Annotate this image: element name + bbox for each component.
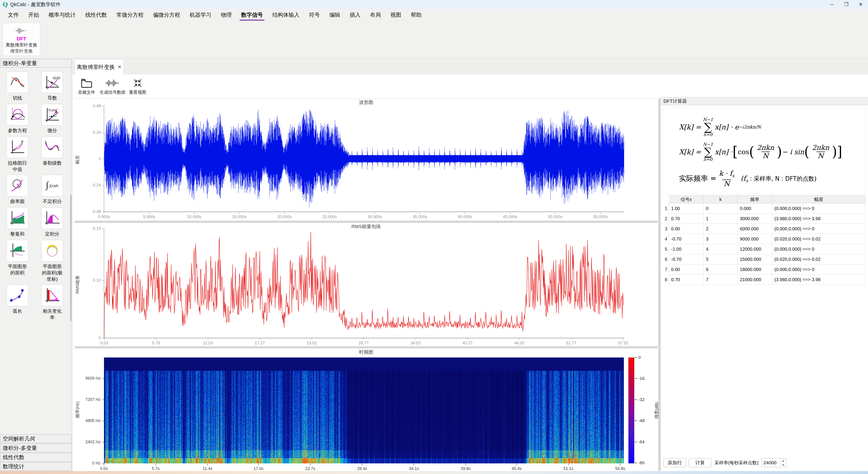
column-header-1[interactable]: 信号x — [669, 195, 704, 203]
amplitude-cell[interactable]: (0.020,0.000) ==> 0.02 — [772, 254, 866, 265]
k-cell[interactable]: 0 — [704, 203, 738, 214]
k-cell[interactable]: 3 — [704, 234, 738, 244]
toolbar-audio-file-button[interactable]: 音频文件 — [78, 76, 95, 97]
signal-x-cell[interactable]: -0.70 — [669, 254, 704, 265]
colorbar-tick — [635, 442, 637, 442]
menu-item-2[interactable]: 开始 — [24, 9, 44, 21]
sidebar-item-8[interactable]: ∫f(x)dx不定积分 — [36, 175, 68, 205]
sample-rate-value[interactable]: 24000 — [762, 460, 780, 466]
waveform-canvas[interactable] — [74, 99, 658, 221]
svg-text:f(x)dx: f(x)dx — [50, 183, 59, 188]
calculate-button[interactable]: 计算 — [689, 458, 711, 467]
sidebar-item-10[interactable]: 定积分 — [36, 207, 68, 238]
amplitude-cell[interactable]: (0.020,0.000) ==> 0.02 — [772, 234, 866, 244]
k-cell[interactable]: 5 — [704, 254, 738, 265]
add-row-button[interactable]: 添加行 — [663, 458, 686, 467]
amplitude-cell[interactable]: (0.000,0.000) ==> 0 — [772, 244, 866, 254]
frequency-cell[interactable]: 3000.000 — [738, 214, 772, 224]
sidebar-item-5[interactable]: AB拉格朗日中值 — [2, 136, 33, 172]
amplitude-cell[interactable]: (3.980,0.000) ==> 3.98 — [772, 214, 866, 224]
sidebar-item-14[interactable]: 相关变化率 — [36, 284, 68, 321]
sidebar-section-1[interactable]: 空间解析几何 — [0, 435, 72, 443]
amplitude-cell[interactable]: (0.000,0.000) ==> 0 — [772, 265, 866, 275]
menu-item-9[interactable]: 数字信号 — [237, 9, 268, 21]
sidebar-scrollbar[interactable] — [70, 68, 72, 433]
sample-rate-spinbox[interactable]: 24000 ▲ ▼ — [761, 458, 786, 467]
sidebar-item-9[interactable]: 黎曼和 — [2, 207, 33, 238]
sidebar-item-7[interactable]: 曲率圆 — [2, 175, 33, 205]
dft-waveform-icon — [15, 25, 28, 37]
menu-item-4[interactable]: 线性代数 — [81, 9, 112, 21]
frequency-cell[interactable]: 21000.000 — [738, 275, 772, 285]
sidebar-item-4[interactable]: f′(x)dx微分 — [36, 104, 68, 134]
tab-close-icon[interactable]: ✕ — [118, 64, 122, 70]
column-header-4[interactable]: 幅度 — [772, 195, 866, 203]
menu-item-12[interactable]: 编辑 — [324, 9, 345, 21]
k-cell[interactable]: 6 — [704, 265, 738, 275]
sidebar-item-3[interactable]: 参数方程 — [2, 104, 33, 134]
sidebar-item-13[interactable]: 弧长 — [2, 284, 33, 321]
sidebar-section-calculus-single[interactable]: 微积分-单变量 — [0, 59, 72, 68]
amplitude-cell[interactable]: (0.000,0.000) ==> 0 — [772, 203, 866, 214]
sidebar-item-12[interactable]: 平面图形的面积(极坐标) — [36, 240, 68, 282]
signal-x-cell[interactable]: 1.00 — [669, 203, 704, 214]
k-cell[interactable]: 2 — [704, 224, 738, 234]
k-cell[interactable]: 4 — [704, 244, 738, 254]
menu-item-10[interactable]: 结构体输入 — [268, 9, 304, 21]
sidebar-item-label: 平面图形的面积(极坐标) — [42, 263, 63, 282]
toolbar-generate-signal-button[interactable]: 生成信号数据 — [100, 76, 125, 97]
splitter-wave-rms[interactable] — [74, 221, 658, 223]
menu-item-13[interactable]: 插入 — [345, 9, 365, 21]
sidebar-item-6[interactable]: 泰勒级数 — [36, 136, 68, 172]
toolbar-reset-view-button[interactable]: 重置视图 — [129, 76, 146, 97]
column-header-2[interactable]: k — [704, 195, 738, 203]
menu-item-8[interactable]: 物理 — [216, 9, 237, 21]
sidebar-item-11[interactable]: 平面图形的面积 — [2, 240, 33, 282]
sidebar-item-1[interactable]: 切线 — [2, 71, 33, 102]
frequency-cell[interactable]: 12000.000 — [738, 244, 772, 254]
sidebar-section-4[interactable]: 数理统计 — [0, 462, 72, 471]
spectrogram-canvas[interactable] — [74, 348, 658, 471]
signal-x-cell[interactable]: 0.70 — [669, 275, 704, 285]
splitter-rms-spec[interactable] — [74, 346, 658, 348]
sidebar-item-label: 参数方程 — [8, 127, 27, 134]
menu-item-3[interactable]: 概率与统计 — [44, 9, 81, 21]
app-logo-icon: Q — [3, 1, 8, 8]
sidebar-section-2[interactable]: 微积分-多变量 — [0, 444, 72, 452]
signal-x-cell[interactable]: -0.70 — [669, 234, 704, 244]
frequency-cell[interactable]: 9000.000 — [738, 234, 772, 244]
menu-item-5[interactable]: 常微分方程 — [112, 9, 148, 21]
rms-canvas[interactable] — [74, 223, 658, 346]
k-cell[interactable]: 1 — [704, 214, 738, 224]
sidebar-scrollbar-thumb[interactable] — [70, 195, 72, 321]
menu-item-14[interactable]: 布局 — [365, 9, 385, 21]
frequency-cell[interactable]: 0.000 — [738, 203, 772, 214]
restore-button[interactable]: ❐ — [839, 0, 854, 9]
sidebar-item-2[interactable]: dy/dx导数 — [36, 71, 68, 102]
menu-item-6[interactable]: 偏微分方程 — [148, 9, 185, 21]
menu-item-16[interactable]: 帮助 — [406, 9, 426, 21]
signal-x-cell[interactable]: -1.00 — [669, 244, 704, 254]
rms-panel: RMS能量包络 RMS能量 — [74, 223, 658, 346]
signal-x-cell[interactable]: 0.00 — [669, 265, 704, 275]
frequency-cell[interactable]: 18000.000 — [738, 265, 772, 275]
dft-transform-button[interactable]: DFT 离散傅里叶变换 — [6, 23, 37, 48]
k-cell[interactable]: 7 — [704, 275, 738, 285]
menu-item-11[interactable]: 符号 — [304, 9, 324, 21]
signal-x-cell[interactable]: 0.00 — [669, 224, 704, 234]
menu-item-7[interactable]: 机器学习 — [185, 9, 216, 21]
amplitude-cell[interactable]: (3.980,0.000) ==> 3.98 — [772, 275, 866, 285]
spin-down-icon[interactable]: ▼ — [780, 463, 786, 467]
minimize-button[interactable]: ─ — [825, 0, 839, 9]
menu-item-15[interactable]: 视图 — [385, 9, 406, 21]
close-button[interactable]: ✕ — [854, 0, 868, 9]
sidebar-section-3[interactable]: 线性代数 — [0, 453, 72, 462]
signal-x-cell[interactable]: 0.70 — [669, 214, 704, 224]
frequency-cell[interactable]: 15000.000 — [738, 254, 772, 265]
spin-up-icon[interactable]: ▲ — [780, 459, 786, 463]
tab-dft[interactable]: 离散傅里叶变换 ✕ — [74, 59, 124, 74]
column-header-3[interactable]: 频率 — [738, 195, 772, 203]
frequency-cell[interactable]: 6000.000 — [738, 224, 772, 234]
menu-item-1[interactable]: 文件 — [3, 9, 24, 21]
amplitude-cell[interactable]: (0.000,0.000) ==> 0 — [772, 224, 866, 234]
